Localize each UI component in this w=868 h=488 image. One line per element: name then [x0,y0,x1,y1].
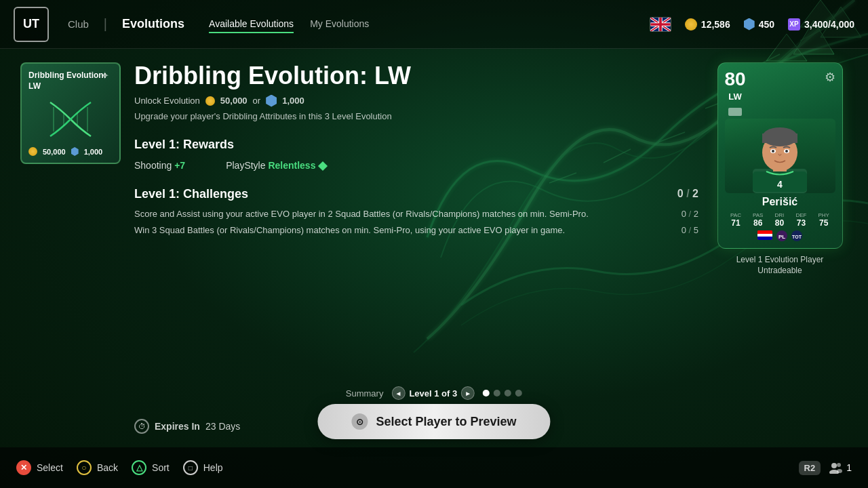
svg-rect-27 [757,234,772,237]
square-button-icon: □ [183,460,198,475]
friends-count: 1 [846,462,852,473]
phy-value: 75 [818,218,829,228]
x-button-icon: ✕ [16,460,31,475]
challenge-2-progress: 0 / 5 [682,224,698,237]
premier-league-icon: PL [776,230,787,241]
nav-sub-links: Available Evolutions My Evolutions [209,16,369,33]
playstyle-gem-icon [318,161,328,171]
action-back[interactable]: ○ Back [77,460,118,475]
nav-available-evolutions[interactable]: Available Evolutions [209,16,294,33]
nav-club[interactable]: Club [60,14,97,34]
player-card-area: 80 LW ⚙ [712,62,848,434]
evo-title: Dribbling Evolution: LW [134,62,698,89]
card-label-evolution: Level 1 Evolution Player Untradeable [736,254,824,277]
evo-thumbnail-card: Dribbling Evolution: LW ✦ 50,000 1,000 [20,62,121,164]
level-dot-2[interactable] [494,390,500,396]
shooting-label: Shooting [134,160,172,171]
pac-label: PAC [730,212,741,218]
def-value: 73 [795,218,806,228]
evo-description: Upgrade your player's Dribbling Attribut… [134,111,698,121]
shield-currency: 450 [744,18,774,30]
sort-label: Sort [152,462,170,473]
level1-challenges-section: Level 1: Challenges 0 / 2 Score and Assi… [134,187,698,237]
card-stat-def: DEF 73 [795,212,806,228]
card-stat-dri: DRI 80 [775,212,785,228]
evo-thumbnail-dna [28,96,113,143]
unlock-cost-coins: 50,000 [220,96,248,106]
level-label: Level 1 of 3 [409,388,457,399]
playstyle-value: Relentless [268,160,315,171]
svg-rect-28 [757,237,772,240]
level-dot-3[interactable] [505,390,511,396]
nav-divider: | [104,16,107,32]
triangle-button-icon: △ [132,460,146,475]
xp-currency: XP 3,400/4,000 [788,18,854,30]
shield-icon [744,18,755,30]
card-position: LW [728,92,742,102]
phy-label: PHY [818,212,829,218]
bottom-right-area: R2 1 [799,461,852,475]
action-help[interactable]: □ Help [183,460,223,475]
challenge-2-row: Win 3 Squad Battles (or Rivals/Champions… [134,224,698,237]
select-label: Select [37,462,63,473]
topbar: UT Club | Evolutions Available Evolution… [0,0,868,49]
card-label2: Untradeable [736,265,824,277]
circle-button-icon: ○ [77,460,92,475]
challenges-list: Score and Assist using your active EVO p… [134,208,698,237]
pas-label: PAS [753,212,763,218]
unlock-coin-icon [205,96,215,106]
card-evo-dna-icon: ⚙ [825,70,835,85]
select-player-label: Select Player to Preview [376,415,516,429]
card-top-right: ⚙ [825,70,835,85]
svg-point-23 [785,150,788,152]
evo-unlock-row: Unlock Evolution 50,000 or 1,000 [134,95,698,107]
expires-icon: ⏱ [134,419,149,434]
thumb-cost-coins: 50,000 [43,148,66,156]
action-select[interactable]: ✕ Select [16,460,63,475]
club-badge-icon: TOT [791,230,802,241]
svg-point-37 [837,469,842,473]
playstyle-label: PlayStyle [226,160,265,171]
evo-thumbnail-costs: 50,000 1,000 [28,147,113,156]
xp-value: 3,400/4,000 [804,19,854,30]
thumb-shield-icon [71,147,79,156]
select-player-button[interactable]: ⊙ Select Player to Preview [317,404,550,439]
thumb-coin-icon [28,147,37,156]
thumb-cost-shield: 1,000 [84,148,103,156]
select-btn-icon: ⊙ [351,413,368,430]
card-icons-left: 80 LW [725,70,746,116]
level-dot-4[interactable] [515,390,522,396]
dri-label: DRI [775,212,785,218]
unlock-or: or [253,96,261,106]
nav-my-evolutions[interactable]: My Evolutions [310,16,369,33]
card-stat-phy: PHY 75 [818,212,829,228]
coins-value: 12,586 [701,19,730,30]
card-flags-row: PL TOT [725,230,835,241]
pac-value: 71 [730,218,741,228]
country-flag [650,17,671,32]
help-label: Help [203,462,223,473]
svg-text:PL: PL [778,234,785,240]
friends-icon [829,462,842,474]
xp-icon: XP [788,18,800,30]
card-shoe-icon [728,108,742,116]
card-stat-pac: PAC 71 [730,212,741,228]
level-prev-btn[interactable]: ◄ [391,386,405,400]
expires-value: 23 Days [205,421,240,432]
svg-text:TOT: TOT [792,235,802,239]
challenge-2-text: Win 3 Squad Battles (or Rivals/Champions… [134,224,671,237]
r2-badge: R2 [799,461,821,475]
challenge-1-progress: 0 / 2 [682,208,698,220]
action-sort[interactable]: △ Sort [132,460,170,475]
level-dot-1[interactable] [483,390,490,396]
player-photo-area: 4 [725,119,835,193]
level-next-btn[interactable]: ► [461,386,475,400]
croatia-flag [757,230,772,240]
coins-currency: 12,586 [685,18,730,30]
svg-rect-29 [757,230,772,234]
ut-logo[interactable]: UT [14,7,49,42]
evo-thumbnail-star-icon: ✦ [100,69,114,83]
player-card: 80 LW ⚙ [717,62,843,249]
svg-point-34 [831,463,837,468]
nav-evolutions[interactable]: Evolutions [114,13,193,35]
